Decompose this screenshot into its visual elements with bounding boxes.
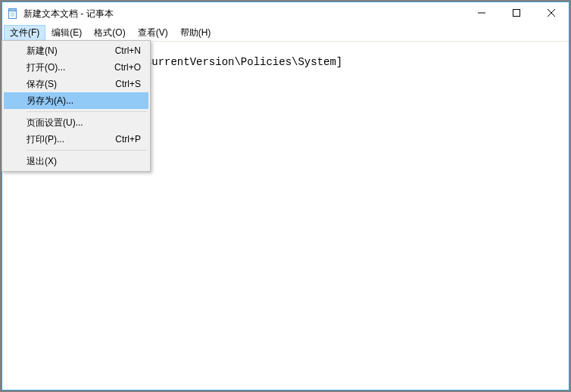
- menu-view[interactable]: 查看(V): [132, 25, 174, 41]
- menu-item-exit[interactable]: 退出(X): [4, 153, 148, 170]
- menu-item-label: 退出(X): [27, 155, 126, 168]
- menu-item-shortcut: Ctrl+N: [115, 45, 141, 56]
- menu-item-label: 保存(S): [27, 78, 100, 91]
- window-title: 新建文本文档 - 记事本: [23, 8, 464, 20]
- menu-item-page-setup[interactable]: 页面设置(U)...: [4, 114, 148, 131]
- menu-item-shortcut: Ctrl+O: [114, 62, 141, 73]
- window-controls: [464, 2, 569, 25]
- menu-item-shortcut: Ctrl+S: [115, 79, 141, 89]
- menu-separator: [27, 150, 147, 151]
- file-dropdown: 新建(N) Ctrl+N 打开(O)... Ctrl+O 保存(S) Ctrl+…: [2, 40, 151, 172]
- menu-help[interactable]: 帮助(H): [174, 25, 217, 41]
- maximize-button[interactable]: [499, 2, 534, 23]
- svg-rect-1: [9, 9, 17, 11]
- menu-item-save[interactable]: 保存(S) Ctrl+S: [4, 76, 148, 92]
- menu-item-shortcut: Ctrl+P: [115, 134, 141, 145]
- minimize-button[interactable]: [464, 2, 499, 23]
- menu-item-label: 打印(P)...: [27, 133, 100, 146]
- menu-edit[interactable]: 编辑(E): [45, 25, 88, 41]
- titlebar: 新建文本文档 - 记事本: [2, 2, 569, 25]
- menu-item-label: 新建(N): [27, 45, 100, 58]
- menubar: 文件(F) 编辑(E) 格式(O) 查看(V) 帮助(H): [2, 25, 569, 42]
- menu-item-label: 打开(O)...: [27, 61, 99, 74]
- notepad-icon: [7, 8, 19, 20]
- close-button[interactable]: [534, 2, 569, 23]
- menu-item-print[interactable]: 打印(P)... Ctrl+P: [4, 131, 148, 148]
- menu-separator: [27, 111, 147, 112]
- menu-item-open[interactable]: 打开(O)... Ctrl+O: [4, 59, 148, 76]
- menu-item-label: 另存为(A)...: [27, 95, 126, 107]
- menu-item-new[interactable]: 新建(N) Ctrl+N: [4, 42, 148, 59]
- menu-file[interactable]: 文件(F): [4, 25, 45, 41]
- svg-rect-6: [513, 10, 520, 17]
- menu-format[interactable]: 格式(O): [88, 25, 131, 41]
- menu-item-save-as[interactable]: 另存为(A)...: [4, 92, 148, 109]
- menu-item-label: 页面设置(U)...: [27, 117, 126, 129]
